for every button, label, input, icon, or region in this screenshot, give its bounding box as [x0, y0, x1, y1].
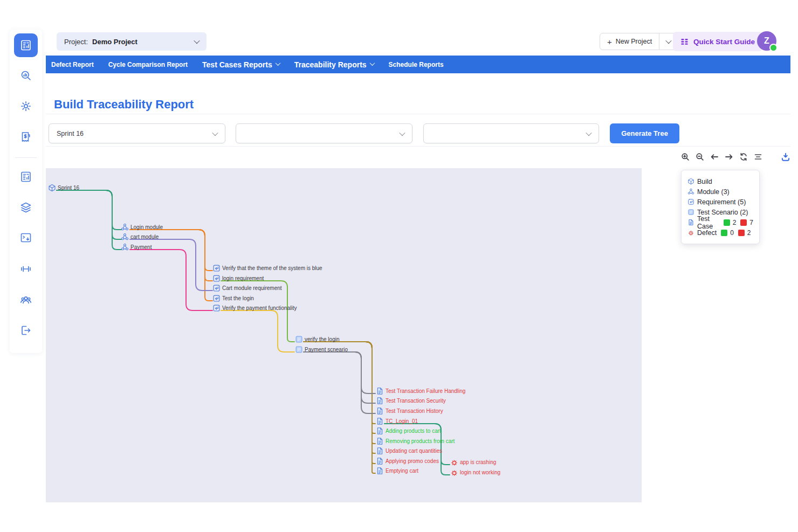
filter-select-2[interactable] [236, 123, 412, 143]
tree-node-testcase[interactable]: TC_Login_01 [376, 417, 418, 425]
fail-chip [740, 219, 747, 226]
tree-edge [304, 352, 375, 413]
requirement-icon [212, 294, 221, 302]
sidebar-item-analytics-search analytics-search-icon[interactable] [16, 66, 36, 85]
nav-item-label: Traceability Reports [294, 60, 367, 69]
tree-node-scenario[interactable]: verify the login [295, 335, 339, 343]
zoom-out-icon[interactable] [695, 152, 705, 162]
tree-node-label: Test Transaction Security [386, 398, 446, 404]
defect-icon [450, 468, 458, 476]
zoom-in-icon[interactable] [680, 152, 690, 162]
tree-node-requirement[interactable]: Cart module requirement [212, 284, 282, 292]
tree-node-label: Verify that the theme of the system is b… [222, 265, 322, 271]
tree-node-testcase[interactable]: Test Transaction History [376, 407, 443, 415]
testcase-icon [376, 427, 384, 435]
sidebar-item-pipeline pipeline-icon[interactable] [16, 259, 36, 279]
testcase-icon [376, 437, 384, 445]
legend-label: Module (3) [697, 188, 730, 196]
sprint-select[interactable]: Sprint 16 [49, 123, 225, 143]
nav-item-traceability-reports[interactable]: Traceability Reports [294, 60, 374, 69]
chevron-down-icon [586, 129, 591, 135]
tree-node-label: Test Transaction Failure Handling [386, 388, 465, 394]
nav-item-cycle-comparison-report[interactable]: Cycle Comparison Report [108, 61, 188, 68]
tree-node-label: cart module [130, 234, 159, 240]
tree-node-defect[interactable]: login not working [450, 468, 500, 476]
tree-node-label: Updating cart quantities [386, 448, 442, 454]
sidebar-item-logout logout-icon[interactable] [16, 321, 36, 340]
tree-node-label: app is crashing [460, 459, 496, 465]
sidebar-item-report-outline report-outline-icon[interactable] [16, 167, 36, 186]
tree-node-module[interactable]: Payment [121, 243, 152, 251]
nav-item-schedule-reports[interactable]: Schedule Reports [389, 61, 444, 68]
sidebar-item-team team-icon[interactable] [16, 290, 36, 309]
refresh-icon[interactable] [739, 152, 748, 162]
reports-navbar: Defect ReportCycle Comparison ReportTest… [46, 56, 790, 73]
divider [46, 146, 790, 147]
generate-tree-button[interactable]: Generate Tree [610, 123, 679, 143]
new-project-group: + New Project [600, 33, 678, 50]
tree-node-module[interactable]: Login module [121, 223, 163, 231]
chevron-down-icon [275, 60, 280, 66]
tree-node-requirement[interactable]: login requirement [212, 274, 264, 282]
nav-item-label: Defect Report [51, 61, 94, 68]
tree-legend: BuildModule (3)Requirement (5)Test Scena… [681, 170, 760, 244]
sidebar-item-billing billing-icon[interactable] [16, 127, 36, 147]
tree-node-build[interactable]: Sprint 16 [48, 184, 79, 192]
module-icon [121, 233, 129, 241]
new-project-button[interactable]: + New Project [600, 33, 659, 50]
align-icon[interactable] [753, 152, 763, 162]
tree-node-defect[interactable]: app is crashing [450, 458, 496, 466]
scenario-icon [687, 209, 694, 216]
download-icon[interactable] [781, 152, 790, 162]
chevron-down-icon [665, 38, 671, 44]
sidebar-item-terminal-export terminal-export-icon[interactable] [16, 228, 36, 247]
tree-node-testcase[interactable]: Test Transaction Failure Handling [376, 387, 465, 395]
filter-select-3[interactable] [423, 123, 599, 143]
tree-node-scenario[interactable]: Payment scneario [295, 346, 348, 354]
legend-label: Requirement (5) [697, 198, 746, 206]
legend-label: Build [697, 178, 712, 185]
tree-node-requirement[interactable]: Verify that the theme of the system is b… [212, 264, 322, 272]
tree-toolbar [680, 152, 790, 162]
nav-item-defect-report[interactable]: Defect Report [51, 61, 94, 68]
quick-start-guide-button[interactable]: Quick Start Guide [673, 32, 762, 51]
arrow-right-icon[interactable] [724, 152, 734, 162]
pass-count: 2 [733, 219, 737, 226]
tree-node-testcase[interactable]: Updating cart quantities [376, 447, 442, 455]
sidebar-divider [15, 157, 37, 158]
nav-item-label: Schedule Reports [389, 61, 444, 68]
tree-node-requirement[interactable]: Verify the payment functionality [212, 304, 297, 312]
requirement-icon [212, 264, 221, 272]
chevron-down-icon [212, 129, 218, 135]
tree-node-testcase[interactable]: Removing products from cart [376, 437, 455, 445]
sidebar-item-layers layers-icon[interactable] [16, 198, 36, 217]
tree-node-testcase[interactable]: Applying promo codes [376, 457, 439, 465]
tree-node-label: Verify the payment functionality [222, 305, 297, 311]
defect-icon [450, 458, 458, 466]
nav-item-test-cases-reports[interactable]: Test Cases Reports [202, 60, 280, 69]
fail-chip [738, 230, 745, 236]
quick-start-guide-label: Quick Start Guide [693, 38, 755, 46]
arrow-left-icon[interactable] [710, 152, 719, 162]
build-icon [48, 184, 56, 192]
legend-label: Defect [697, 229, 717, 237]
module-icon [121, 243, 129, 251]
nav-item-label: Test Cases Reports [202, 60, 272, 69]
tree-edge [221, 310, 294, 352]
sidebar-item-report report-icon[interactable] [14, 33, 38, 57]
testcase-icon [687, 219, 694, 226]
divider [46, 114, 790, 114]
tree-node-testcase[interactable]: Test Transaction Security [376, 397, 446, 405]
tree-node-requirement[interactable]: Test the login [212, 294, 254, 302]
avatar[interactable]: Z [757, 31, 776, 51]
sidebar-item-settings-gear settings-gear-icon[interactable] [16, 96, 36, 116]
tree-node-testcase[interactable]: Adding products to cart [376, 427, 441, 435]
tree-edge [130, 250, 212, 310]
tree-node-module[interactable]: cart module [121, 233, 159, 241]
tree-node-testcase[interactable]: Emptying cart [376, 467, 418, 475]
tree-edge [304, 342, 375, 453]
online-status-dot [769, 44, 778, 52]
requirement-icon [687, 198, 694, 205]
project-selector[interactable]: Project: Demo Project [57, 32, 207, 51]
tree-node-label: Adding products to cart [386, 428, 441, 434]
